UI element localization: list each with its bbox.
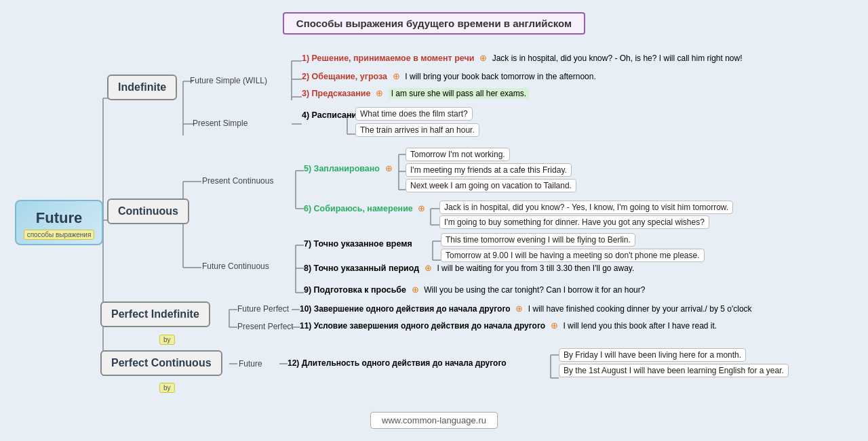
website-label: www.common-language.ru: [370, 412, 498, 429]
item-9-label: 9) Подготовка к просьбе ⊕ Will you be us…: [304, 285, 645, 295]
item-7-label: 7) Точно указанное время: [304, 238, 412, 249]
tense-future-continuous: Future Continuous: [202, 261, 269, 271]
tense-present-perfect: Present Perfect: [237, 322, 294, 331]
item-5-ex3: Next week I am going on vacation to Tail…: [406, 179, 576, 192]
future-sub: способы выражения: [24, 230, 95, 240]
title-box: Способы выражения будущего времени в анг…: [136, 12, 732, 35]
item-7-ex1: This time tomorrow evening I will be fly…: [441, 233, 635, 247]
item-12-ex1: By Friday I will have been living here f…: [559, 348, 746, 362]
category-indefinite: Indefinite: [107, 75, 177, 100]
item-1-label: 1) Решение, принимаемое в момент речи ⊕ …: [302, 53, 743, 63]
tense-future-perfect: Future Perfect: [237, 304, 289, 314]
item-6-label: 6) Собираюсь, намерение ⊕: [304, 203, 428, 213]
category-perfect-continuous: Perfect Continuous: [100, 350, 222, 376]
tense-present-continuous: Present Continuous: [202, 176, 273, 186]
item-10-label: 10) Завершение одного действия до начала…: [300, 303, 752, 314]
page-title: Способы выражения будущего времени в анг…: [283, 12, 585, 35]
by-badge-1: by: [159, 335, 175, 345]
item-5-ex2: I'm meeting my friends at a cafe this Fr…: [406, 163, 572, 177]
by-badge-2: by: [159, 383, 175, 393]
item-11-label: 11) Условие завершения одного действия д…: [300, 320, 717, 331]
item-3-label: 3) Предсказание ⊕ I am sure she will pas…: [302, 88, 529, 98]
item-2-label: 2) Обещание, угроза ⊕ I will bring your …: [302, 71, 596, 81]
item-5-ex1: Tomorrow I'm not working.: [406, 148, 510, 161]
item-4-ex1: What time does the film start?: [355, 107, 473, 121]
item-4-ex2: The train arrives in half an hour.: [355, 123, 479, 137]
diagram: Способы выражения будущего времени в анг…: [0, 0, 868, 441]
item-12-ex2: By the 1st August I will have been learn…: [559, 364, 789, 377]
item-12-label: 12) Длительность одного действия до нача…: [288, 358, 507, 368]
category-continuous: Continuous: [107, 198, 189, 224]
item-6-ex1: Jack is in hospital, did you know? - Yes…: [439, 201, 733, 214]
item-8-label: 8) Точно указанный период ⊕ I will be wa…: [304, 263, 634, 273]
item-7-ex2: Tomorrow at 9.00 I will be having a meet…: [441, 249, 705, 262]
future-inner: Future способы выражения: [15, 200, 103, 245]
item-6-ex2: I'm going to buy something for dinner. H…: [439, 215, 709, 229]
category-perfect-indefinite: Perfect Indefinite: [100, 301, 210, 327]
tense-future-simple: Future Simple (WILL): [190, 76, 267, 85]
future-box: Future способы выражения: [15, 200, 103, 245]
tense-future-only: Future: [239, 359, 262, 369]
future-label: Future: [22, 209, 96, 227]
item-5-label: 5) Запланировано ⊕: [304, 163, 395, 173]
tense-present-simple: Present Simple: [193, 119, 248, 128]
